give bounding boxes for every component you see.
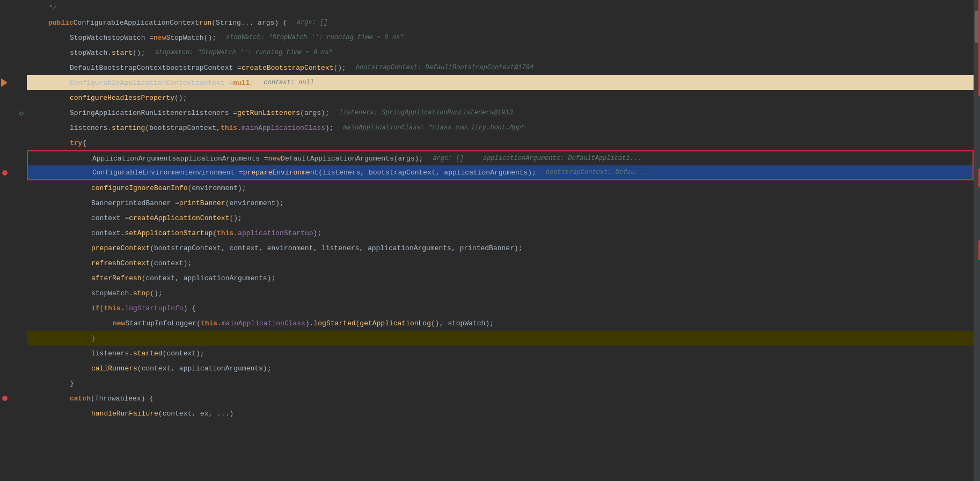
- breakpoint-icon[interactable]: [2, 170, 8, 176]
- code-token: started: [133, 349, 163, 358]
- code-token: ();: [229, 214, 242, 222]
- code-line-highlighted-breakpoint: ConfigurableEnvironment environment = pr…: [27, 165, 974, 180]
- code-token: getApplicationLog: [360, 319, 431, 327]
- gutter-line: [0, 225, 24, 240]
- code-token: if: [91, 304, 100, 312]
- code-token: ();: [204, 34, 216, 42]
- code-token: stopWatch.: [91, 289, 133, 297]
- inline-hint: args: [] applicationArguments: DefaultAp…: [433, 155, 641, 162]
- gutter-line: [0, 406, 24, 421]
- code-token: stop: [133, 289, 150, 297]
- code-token: listeners.: [91, 349, 133, 358]
- gutter-line: [0, 256, 24, 271]
- gutter-line: [0, 361, 24, 376]
- code-token: run: [199, 19, 211, 27]
- code-token: (: [100, 304, 104, 312]
- code-token: (context, ex, ...): [158, 410, 233, 418]
- code-token: (environment);: [225, 199, 284, 207]
- code-line: stopWatch. stop ();: [27, 286, 974, 301]
- code-line: }: [27, 376, 974, 391]
- code-token: (: [356, 319, 360, 327]
- code-token: StopWatch: [166, 34, 203, 42]
- code-token: setApplicationStartup: [125, 229, 213, 237]
- code-token: (listeners, bootstrapContext, applicatio…: [318, 169, 536, 177]
- code-token: createBootstrapContext: [242, 64, 334, 72]
- code-token: ConfigurableEnvironment: [92, 169, 188, 177]
- code-line: handleRunFailure (context, ex, ...): [27, 406, 974, 421]
- code-token: context.: [91, 229, 125, 237]
- gutter-line: [0, 301, 24, 316]
- code-token: StartupInfoLogger: [125, 319, 196, 327]
- bookmark-icon: ◇: [19, 108, 24, 118]
- code-token: ) {: [184, 304, 196, 312]
- code-line: new StartupInfoLogger ( this . mainAppli…: [27, 316, 974, 331]
- code-token: context =: [195, 79, 233, 87]
- code-token: start: [112, 49, 133, 57]
- breakpoint-icon[interactable]: [2, 396, 8, 401]
- code-token: (environment);: [187, 184, 246, 192]
- gutter-line-breakpoint: [0, 391, 24, 406]
- code-line: stopWatch. start (); stopWatch: "StopWat…: [27, 45, 974, 60]
- gutter: ◇: [0, 0, 27, 481]
- code-line: listeners. starting (bootstrapContext, t…: [27, 120, 974, 135]
- code-token: new: [268, 155, 281, 163]
- code-token: catch: [70, 395, 91, 403]
- code-token: ConfigurableApplicationContext: [70, 79, 195, 87]
- code-token: .: [121, 304, 125, 312]
- code-token: ();: [150, 289, 162, 297]
- gutter-line: ◇: [0, 105, 24, 120]
- code-token: this: [104, 304, 120, 312]
- code-token: (: [213, 229, 217, 237]
- code-token: this: [217, 229, 233, 237]
- gutter-line: [0, 15, 24, 30]
- code-line: StopWatch stopWatch = new StopWatch (); …: [27, 30, 974, 45]
- code-token: (bootstrapContext,: [145, 124, 220, 132]
- code-token: mainApplicationClass: [222, 319, 305, 327]
- code-line: public ConfigurableApplicationContext ru…: [27, 15, 974, 30]
- code-line: afterRefresh (context, applicationArgume…: [27, 271, 974, 286]
- code-token: .: [217, 319, 222, 327]
- code-token: DefaultApplicationArguments: [281, 155, 394, 163]
- code-token: (: [211, 19, 216, 27]
- code-token: ;: [250, 79, 254, 87]
- code-token: StopWatch: [70, 34, 107, 42]
- code-token: prepareEnvironment: [243, 169, 318, 177]
- code-token: afterRefresh: [91, 274, 142, 282]
- gutter-line: [0, 331, 24, 346]
- scrollbar[interactable]: [974, 0, 980, 481]
- code-line: Banner printedBanner = printBanner (envi…: [27, 195, 974, 210]
- inline-hint: stopWatch: "StopWatch '': running time =…: [155, 49, 332, 56]
- code-token: (context, applicationArguments);: [137, 365, 272, 373]
- code-token: prepareContext: [91, 244, 150, 252]
- inline-hint: stopWatch: "StopWatch '': running time =…: [226, 34, 404, 41]
- inline-hint: args: []: [297, 19, 328, 26]
- code-token: (context, applicationArguments);: [142, 274, 276, 282]
- gutter-line: [0, 120, 24, 135]
- code-token: context =: [91, 214, 129, 222]
- code-line: DefaultBootstrapContext bootstrapContext…: [27, 60, 974, 75]
- code-token: mainApplicationClass: [242, 124, 325, 132]
- code-line: */: [27, 0, 974, 15]
- code-token: (args);: [300, 109, 330, 117]
- code-token: callRunners: [91, 365, 137, 373]
- code-token: ();: [174, 94, 187, 102]
- code-token: }: [91, 334, 96, 342]
- inline-hint: context: null: [264, 79, 314, 86]
- code-token: ).: [305, 319, 314, 327]
- code-token: listeners =: [191, 109, 237, 117]
- code-line: configureIgnoreBeanInfo (environment);: [27, 180, 974, 195]
- code-token: );: [325, 124, 334, 132]
- gutter-line: [0, 90, 24, 105]
- inline-hint: bootstrapContext: Defau...: [546, 169, 646, 176]
- code-token: null: [233, 79, 250, 87]
- debug-arrow-icon: [1, 78, 8, 87]
- gutter-line: [0, 316, 24, 331]
- code-line: prepareContext (bootstrapContext, contex…: [27, 240, 974, 256]
- code-token: .: [233, 229, 238, 237]
- code-line: if ( this . logStartupInfo ) {: [27, 301, 974, 316]
- gutter-line: [0, 150, 24, 165]
- gutter-line: [0, 60, 24, 75]
- inline-hint: mainApplicationClass: "class com.liry.bo…: [343, 124, 525, 132]
- gutter-line-debug: [0, 75, 24, 90]
- code-token: (bootstrapContext, context, environment,…: [150, 244, 522, 252]
